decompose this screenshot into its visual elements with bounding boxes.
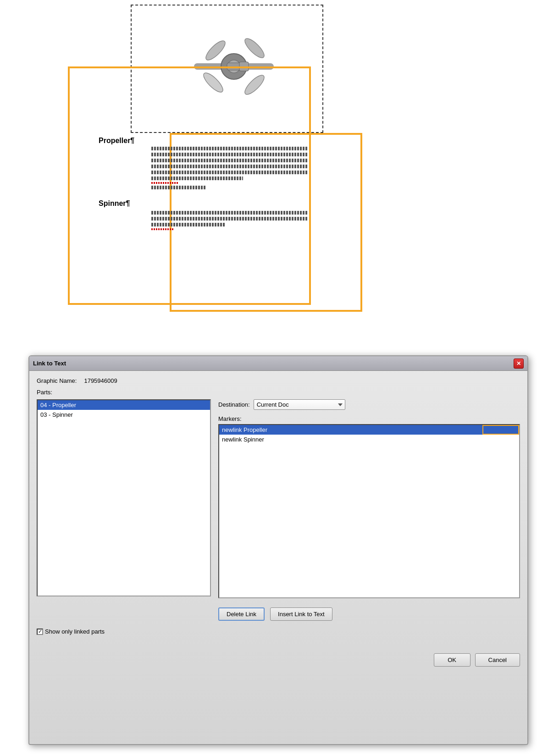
propeller-heading: Propeller¶ [99, 137, 134, 145]
right-buttons: Delete Link Insert Link to Text [218, 607, 520, 621]
parts-item-propeller[interactable]: 04 - Propeller [38, 400, 210, 410]
graphic-name-row: Graphic Name: 1795946009 [37, 377, 520, 384]
dialog-titlebar: Link to Text ✕ [29, 356, 527, 371]
marker-item-spinner[interactable]: newlink Spinner [219, 435, 519, 444]
spinner-heading: Spinner¶ [99, 199, 130, 208]
insert-link-button[interactable]: Insert Link to Text [270, 607, 332, 621]
parts-item-spinner[interactable]: 03 - Spinner [38, 410, 210, 419]
markers-listbox[interactable]: newlink Propeller newlink Spinner [218, 424, 520, 598]
parts-label: Parts: [37, 389, 520, 396]
orange-marker-border [482, 425, 519, 435]
ok-button[interactable]: OK [434, 653, 470, 667]
parts-list-container: 04 - Propeller 03 - Spinner [37, 399, 211, 621]
show-linked-checkbox-container[interactable]: ✓ Show only linked parts [37, 628, 105, 635]
document-area: Propeller¶ Spinner¶ [0, 0, 559, 312]
svg-point-5 [242, 36, 267, 61]
destination-label: Destination: [218, 401, 250, 408]
graphic-name-value: 1795946009 [84, 377, 117, 384]
show-linked-label: Show only linked parts [45, 628, 105, 635]
parts-listbox[interactable]: 04 - Propeller 03 - Spinner [37, 399, 211, 596]
destination-select-wrapper: Current Doc Other Doc [254, 399, 345, 410]
markers-section: Markers: newlink Propeller newlink Spinn… [218, 415, 520, 598]
dialog-title: Link to Text [33, 360, 66, 367]
destination-row: Destination: Current Doc Other Doc [218, 399, 520, 410]
right-column: Destination: Current Doc Other Doc Marke… [218, 399, 520, 621]
marker-item-propeller[interactable]: newlink Propeller [219, 425, 519, 435]
dialog-footer: OK Cancel [29, 646, 527, 673]
delete-link-button[interactable]: Delete Link [218, 607, 265, 621]
propeller-text-lines [151, 147, 307, 191]
graphic-name-label: Graphic Name: [37, 377, 77, 384]
link-to-text-dialog: Link to Text ✕ Graphic Name: 1795946009 … [28, 355, 528, 745]
show-linked-checkbox[interactable]: ✓ [37, 629, 43, 635]
destination-select[interactable]: Current Doc Other Doc [254, 399, 345, 410]
cancel-button[interactable]: Cancel [475, 653, 520, 667]
dialog-columns: 04 - Propeller 03 - Spinner Destination:… [37, 399, 520, 621]
close-button[interactable]: ✕ [514, 359, 524, 369]
markers-label: Markers: [218, 415, 520, 422]
checkbox-row: ✓ Show only linked parts [37, 628, 520, 635]
dialog-content: Graphic Name: 1795946009 Parts: 04 - Pro… [29, 371, 527, 641]
spinner-text-lines [151, 211, 307, 230]
